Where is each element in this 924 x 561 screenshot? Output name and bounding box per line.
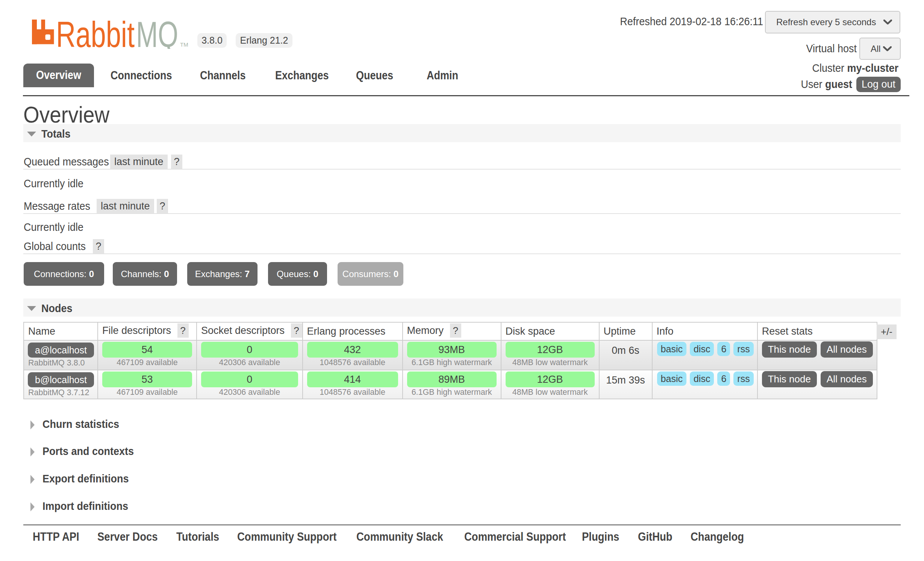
svg-text:TM: TM [180, 41, 188, 48]
svg-text:MQ: MQ [136, 19, 178, 49]
svg-text:Rabbit: Rabbit [56, 19, 135, 49]
